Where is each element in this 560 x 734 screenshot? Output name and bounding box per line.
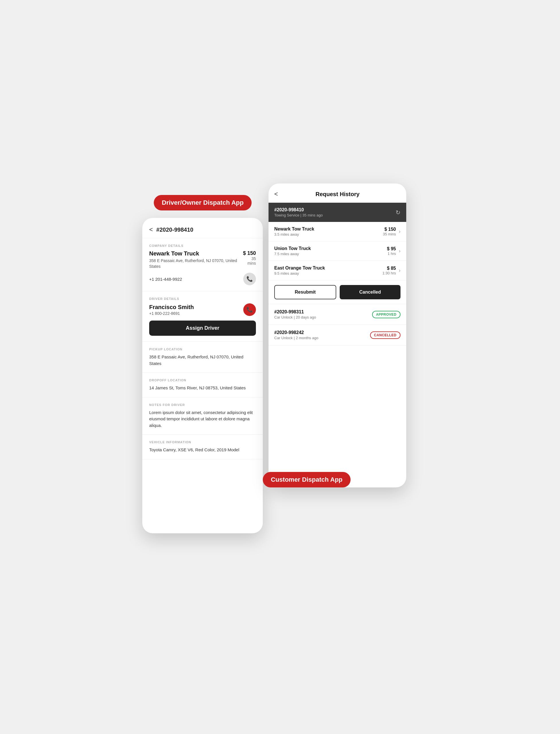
driver-section: DRIVER DETAILS Francisco Smith +1 800-22…: [142, 291, 263, 342]
driver-label-badge: Driver/Owner Dispatch App: [154, 195, 252, 211]
company-section: COMPANY DETAILS Newark Tow Truck 358 E P…: [142, 238, 263, 291]
service-dist-1: 3.5 miles away: [274, 232, 314, 237]
price-block: $ 150 35 mins: [243, 250, 256, 266]
customer-header: < Request History: [269, 184, 406, 203]
notes-label: NOTES FOR DRIVER: [149, 403, 256, 406]
company-price: $ 150: [243, 250, 256, 256]
service-time-2: 1 hrs: [387, 252, 396, 256]
history-id-1: #2020-998311: [274, 310, 316, 315]
company-phone-row: +1 201-448-9922 📞: [149, 273, 256, 285]
active-request-row: #2020-998410 Towing Service | 35 mins ag…: [274, 207, 400, 217]
service-price-1: $ 150: [383, 227, 396, 232]
pickup-section: PICKUP LOCATION 358 E Passaic Ave, Ruthe…: [142, 342, 263, 373]
active-request-id: #2020-998410: [274, 207, 323, 213]
company-address: 358 E Passaic Ave, Rutherford, NJ 07070,…: [149, 258, 243, 269]
driver-phone: < #2020-998410 COMPANY DETAILS Newark To…: [142, 218, 263, 533]
driver-name: Francisco Smith: [149, 304, 194, 311]
company-info: Newark Tow Truck 358 E Passaic Ave, Ruth…: [149, 250, 243, 269]
chevron-icon-3: ›: [399, 268, 400, 274]
customer-label-badge: Customer Dispatch App: [263, 472, 351, 487]
driver-header: < #2020-998410: [142, 218, 263, 238]
approved-badge: APPROVED: [372, 311, 400, 318]
company-name: Newark Tow Truck: [149, 250, 243, 257]
pickup-address: 358 E Passaic Ave, Rutherford, NJ 07070,…: [149, 354, 256, 367]
company-duration: 35 mins: [243, 256, 256, 266]
driver-info: Francisco Smith +1 800-222-8691: [149, 304, 194, 316]
history-id-2: #2020-998242: [274, 330, 318, 335]
resubmit-button[interactable]: Resubmit: [274, 285, 336, 299]
active-time: 35 mins ago: [302, 213, 323, 217]
service-price-2: $ 95: [387, 246, 396, 252]
assign-driver-button[interactable]: Assign Driver: [149, 321, 256, 336]
driver-row: Francisco Smith +1 800-222-8691 📞: [149, 303, 256, 316]
service-name-3: East Orange Tow Truck: [274, 266, 325, 271]
chevron-icon-2: ›: [399, 248, 400, 254]
service-time-1: 35 mins: [383, 232, 396, 236]
dropoff-address: 14 James St, Toms River, NJ 08753, Unite…: [149, 385, 256, 391]
customer-label-text: Customer Dispatch App: [271, 476, 343, 483]
customer-back-button[interactable]: <: [274, 190, 278, 198]
active-request-sub: Towing Service | 35 mins ago: [274, 213, 323, 217]
active-request-section: #2020-998410 Towing Service | 35 mins ag…: [269, 203, 406, 222]
history-item-2[interactable]: #2020-998242 Car Unlock | 2 months ago C…: [269, 325, 406, 346]
driver-label-text: Driver/Owner Dispatch App: [162, 199, 244, 206]
active-service: Towing Service: [274, 213, 299, 217]
service-price-3: $ 85: [382, 266, 396, 271]
history-sub-1: Car Unlock | 20 days ago: [274, 315, 316, 320]
vehicle-info: Toyota Camry, XSE V6, Red Color, 2019 Mo…: [149, 447, 256, 453]
service-name-2: Union Tow Truck: [274, 246, 311, 251]
customer-phone: < Request History #2020-998410 Towing Se…: [269, 184, 406, 487]
history-sub-2: Car Unlock | 2 months ago: [274, 336, 318, 340]
cancelled-button[interactable]: Cancelled: [340, 285, 400, 299]
dropoff-section: DROPOFF LOCATION 14 James St, Toms River…: [142, 373, 263, 397]
refresh-icon[interactable]: ↻: [396, 209, 400, 216]
service-item-2[interactable]: Union Tow Truck 7.5 miles away $ 95 1 hr…: [269, 242, 406, 261]
driver-section-label: DRIVER DETAILS: [149, 297, 256, 301]
action-row: Resubmit Cancelled: [269, 281, 406, 304]
vehicle-section: VEHICLE INFORMATION Toyota Camry, XSE V6…: [142, 435, 263, 459]
chevron-icon-1: ›: [399, 229, 400, 235]
customer-title: Request History: [281, 191, 394, 198]
service-time-3: 1:30 hrs: [382, 271, 396, 275]
active-request-info: #2020-998410 Towing Service | 35 mins ag…: [274, 207, 323, 217]
notes-section: NOTES FOR DRIVER Lorem ipsum dolor sit a…: [142, 397, 263, 435]
dropoff-label: DROPOFF LOCATION: [149, 378, 256, 382]
company-section-label: COMPANY DETAILS: [149, 244, 256, 248]
notes-text: Lorem ipsum dolor sit amet, consectetur …: [149, 409, 256, 429]
driver-title: #2020-998410: [156, 227, 193, 233]
company-row: Newark Tow Truck 358 E Passaic Ave, Ruth…: [149, 250, 256, 269]
pickup-label: PICKUP LOCATION: [149, 348, 256, 351]
driver-phone-number: +1 800-222-8691: [149, 311, 194, 316]
service-item-1[interactable]: Newark Tow Truck 3.5 miles away $ 150 35…: [269, 222, 406, 242]
service-dist-2: 7.5 miles away: [274, 252, 311, 256]
scene: Driver/Owner Dispatch App Customer Dispa…: [142, 184, 418, 550]
service-dist-3: 9.5 miles away: [274, 271, 325, 276]
company-phone: +1 201-448-9922: [149, 277, 182, 282]
driver-back-button[interactable]: <: [149, 226, 153, 233]
cancelled-badge: CANCELLED: [370, 332, 401, 339]
history-item-1[interactable]: #2020-998311 Car Unlock | 20 days ago AP…: [269, 304, 406, 325]
service-name-1: Newark Tow Truck: [274, 227, 314, 232]
driver-call-button[interactable]: 📞: [243, 303, 256, 316]
vehicle-label: VEHICLE INFORMATION: [149, 440, 256, 444]
service-item-3[interactable]: East Orange Tow Truck 9.5 miles away $ 8…: [269, 261, 406, 281]
company-call-button[interactable]: 📞: [243, 273, 256, 285]
